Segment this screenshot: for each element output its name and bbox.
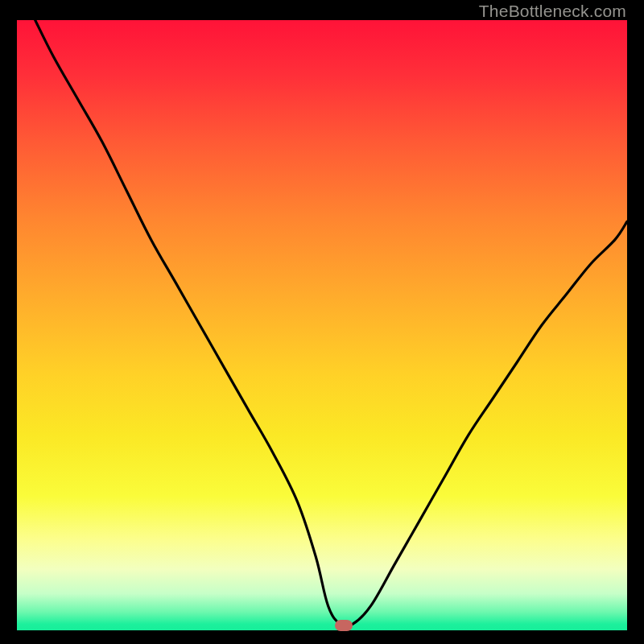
optimal-point-marker (335, 620, 353, 631)
watermark-text: TheBottleneck.com (479, 2, 626, 21)
bottleneck-curve (17, 20, 627, 630)
chart-frame: TheBottleneck.com (0, 0, 644, 644)
plot-area (17, 20, 627, 630)
